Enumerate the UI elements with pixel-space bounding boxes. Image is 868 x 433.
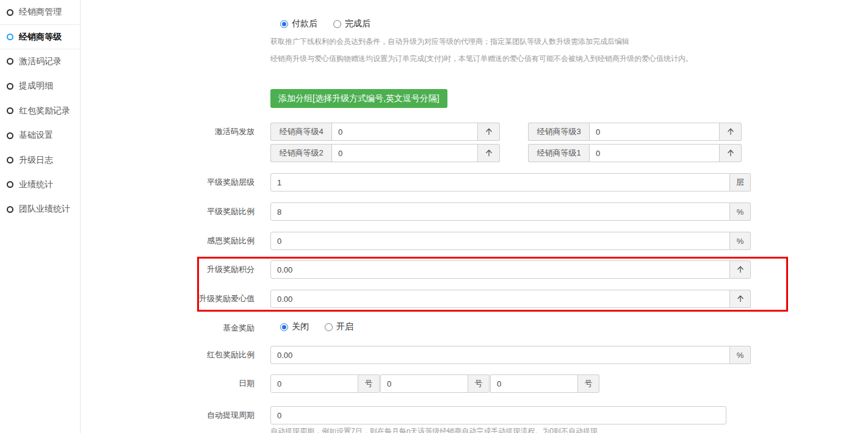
gratitude-reward-ratio-label: 感恩奖励比例 [81,232,255,250]
date-input-1[interactable] [270,374,358,393]
upgrade-help-line1: 获取推广下线权利的会员达到条件，自动升级为对应等级的代理商；指定某团队等级人数升… [270,37,629,47]
percent-suffix-label: % [730,346,751,364]
sidebar-item-label: 激活码记录 [19,56,62,67]
redpacket-reward-ratio-label: 红包奖励比例 [81,346,255,364]
sidebar: 经销商管理 经销商等级 激活码记录 提成明细 红包奖励记录 基础设置 升级日志 … [0,0,81,433]
upgrade-timing-radio-group: 付款后 完成后 [280,18,371,29]
sidebar-item-dealer-level[interactable]: 经销商等级 [0,24,80,49]
radio-fund-off[interactable]: 关闭 [280,321,309,332]
sidebar-item-activation-code-records[interactable]: 激活码记录 [0,49,80,74]
activation-level2-input[interactable] [331,144,478,162]
up-arrow-button[interactable] [720,144,742,162]
sidebar-item-label: 经销商管理 [19,7,62,18]
circle-icon [7,9,13,16]
upgrade-reward-love-value-label: 升级奖励爱心值 [81,290,255,308]
up-arrow-button[interactable] [720,123,742,141]
input-prefix-label: 经销商等级2 [270,144,331,162]
radio-unselected-icon [325,323,333,331]
activation-group-level2: 经销商等级2 [270,144,500,162]
up-arrow-button[interactable] [730,290,751,308]
activation-group-level4: 经销商等级4 [270,123,500,141]
input-prefix-label: 经销商等级3 [528,123,589,141]
unit-suffix-label: 层 [730,173,751,191]
up-arrow-icon [736,265,745,274]
radio-label: 完成后 [345,18,371,29]
sidebar-item-team-performance-stats[interactable]: 团队业绩统计 [0,197,80,221]
sidebar-item-label: 基础设置 [19,130,53,141]
same-level-reward-layers-input[interactable] [270,173,730,191]
radio-label: 付款后 [292,18,317,29]
same-level-reward-layers-label: 平级奖励层级 [81,173,255,191]
sidebar-item-label: 升级日志 [19,155,53,166]
circle-icon [7,34,13,40]
input-prefix-label: 经销商等级1 [528,144,589,162]
redpacket-reward-ratio-group: % [270,346,751,364]
up-arrow-icon [736,295,745,303]
radio-selected-icon [280,20,288,28]
radio-after-completion[interactable]: 完成后 [333,18,371,29]
sidebar-item-commission-details[interactable]: 提成明细 [0,74,80,98]
radio-label: 开启 [336,321,353,332]
sidebar-item-label: 红包奖励记录 [19,106,70,116]
radio-label: 关闭 [292,321,309,332]
activation-level4-input[interactable] [331,123,478,141]
radio-selected-icon [280,323,288,331]
gratitude-reward-ratio-group: % [270,232,751,250]
up-arrow-icon [726,149,735,157]
up-arrow-button[interactable] [478,123,500,141]
same-level-reward-ratio-input[interactable] [270,202,730,221]
date-label: 日期 [81,374,255,393]
upgrade-help-line2: 经销商升级与爱心值购物赠送均设置为订单完成(支付)时，本笔订单赠送的爱心值有可能… [270,54,693,64]
date-input-3[interactable] [490,374,578,393]
sidebar-item-label: 提成明细 [19,81,53,91]
activation-group-level1: 经销商等级1 [528,144,742,162]
sidebar-item-dealer-management[interactable]: 经销商管理 [0,0,80,24]
up-arrow-button[interactable] [730,260,751,279]
circle-icon [7,157,13,163]
radio-after-payment[interactable]: 付款后 [280,18,317,29]
sidebar-item-redpacket-reward-records[interactable]: 红包奖励记录 [0,99,80,123]
day-suffix-label: 号 [468,374,490,393]
add-group-button[interactable]: 添加分组[选择升级方式编号,英文逗号分隔] [270,89,447,108]
up-arrow-icon [726,127,735,136]
same-level-reward-ratio-group: % [270,202,751,221]
circle-icon [7,206,13,213]
fund-reward-radio-group: 关闭 开启 [280,321,353,332]
activation-level1-input[interactable] [589,144,720,162]
same-level-reward-layers-group: 层 [270,173,751,191]
percent-suffix-label: % [730,232,751,250]
day-suffix-label: 号 [358,374,380,393]
same-level-reward-ratio-label: 平级奖励比例 [81,202,255,221]
sidebar-item-upgrade-log[interactable]: 升级日志 [0,148,80,172]
radio-fund-on[interactable]: 开启 [325,321,353,332]
circle-icon [7,132,13,139]
auto-withdraw-cycle-input[interactable] [270,406,726,424]
activation-level3-input[interactable] [589,123,720,141]
redpacket-reward-ratio-input[interactable] [270,346,730,364]
main-content: 付款后 完成后 获取推广下线权利的会员达到条件，自动升级为对应等级的代理商；指定… [81,0,868,433]
percent-suffix-label: % [730,202,751,221]
circle-icon [7,58,13,65]
up-arrow-button[interactable] [478,144,500,162]
sidebar-item-label: 经销商等级 [19,32,62,43]
up-arrow-icon [485,149,493,157]
auto-withdraw-cycle-group [270,406,726,424]
date-input-2[interactable] [380,374,468,393]
day-suffix-label: 号 [578,374,599,393]
gratitude-reward-ratio-input[interactable] [270,232,730,250]
upgrade-reward-points-group [270,260,751,279]
activation-group-level3: 经销商等级3 [528,123,742,141]
sidebar-item-basic-settings[interactable]: 基础设置 [0,123,80,148]
upgrade-reward-love-value-input[interactable] [270,290,730,308]
radio-unselected-icon [333,20,341,28]
auto-withdraw-cycle-label: 自动提现周期 [81,406,255,424]
up-arrow-icon [485,127,493,136]
activation-issue-label: 激活码发放 [81,123,255,141]
fund-reward-label: 基金奖励 [81,319,255,337]
sidebar-item-performance-stats[interactable]: 业绩统计 [0,173,80,197]
circle-icon [7,83,13,90]
upgrade-reward-points-input[interactable] [270,260,730,279]
auto-withdraw-help: 自动提现周期，例如设置7日，则在每月每n天该等级经销商自动完成手动提现流程。为0… [270,426,598,433]
input-prefix-label: 经销商等级4 [270,123,331,141]
sidebar-item-label: 业绩统计 [19,179,53,190]
